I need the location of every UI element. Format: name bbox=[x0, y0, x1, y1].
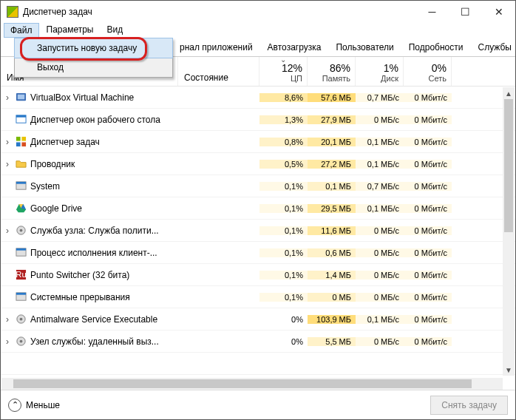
disk-cell: 0 МБ/с bbox=[356, 337, 404, 346]
process-row[interactable]: System0,1%0,1 МБ0,7 МБ/с0 Мбит/с bbox=[1, 175, 515, 197]
tab-services[interactable]: Службы bbox=[471, 39, 517, 56]
menu-file[interactable]: Файл bbox=[4, 23, 39, 38]
memory-cell: 27,2 МБ bbox=[308, 160, 356, 169]
cpu-cell: 0,1% bbox=[259, 182, 308, 191]
network-cell: 0 Мбит/с bbox=[404, 115, 452, 124]
process-row[interactable]: ›Antimalware Service Executable0%103,9 М… bbox=[1, 308, 515, 331]
disk-cell: 0 МБ/с bbox=[356, 115, 404, 124]
end-task-button[interactable]: Снять задачу bbox=[430, 396, 508, 415]
disk-cell: 0 МБ/с bbox=[356, 293, 404, 302]
process-name: Antimalware Service Executable bbox=[30, 314, 178, 325]
scroll-up-icon[interactable]: ▲ bbox=[503, 87, 515, 99]
expand-icon[interactable]: › bbox=[1, 314, 14, 325]
process-row[interactable]: ›Проводник0,5%27,2 МБ0,1 МБ/с0 Мбит/с bbox=[1, 153, 515, 175]
scroll-thumb-h[interactable] bbox=[13, 379, 472, 388]
memory-cell: 5,5 МБ bbox=[308, 337, 356, 346]
window-title: Диспетчер задач bbox=[23, 7, 415, 17]
disk-cell: 0,1 МБ/с bbox=[356, 204, 404, 213]
col-memory[interactable]: 86% Память bbox=[308, 57, 356, 86]
horizontal-scrollbar[interactable] bbox=[1, 378, 503, 390]
memory-cell: 57,6 МБ bbox=[308, 93, 356, 102]
cpu-cell: 0,1% bbox=[259, 293, 308, 302]
process-row[interactable]: Диспетчер окон рабочего стола1,3%27,9 МБ… bbox=[1, 109, 515, 131]
process-icon bbox=[14, 203, 27, 214]
disk-cell: 0,1 МБ/с bbox=[356, 315, 404, 324]
cpu-cell: 0,8% bbox=[259, 138, 308, 146]
svg-rect-17 bbox=[16, 293, 25, 295]
minimize-button[interactable]: ─ bbox=[415, 1, 449, 23]
process-row[interactable]: Системные прерывания0,1%0 МБ0 МБ/с0 Мбит… bbox=[1, 286, 515, 308]
vertical-scrollbar[interactable]: ▲ ▼ bbox=[503, 87, 515, 376]
svg-text:Ru: Ru bbox=[16, 270, 26, 279]
process-icon bbox=[14, 136, 27, 148]
menu-item-exit[interactable]: Выход bbox=[15, 58, 172, 77]
cpu-cell: 0,1% bbox=[259, 226, 308, 235]
menu-options[interactable]: Параметры bbox=[41, 23, 100, 38]
col-network[interactable]: 0% Сеть bbox=[404, 57, 452, 86]
process-row[interactable]: Google Drive0,1%29,5 МБ0,1 МБ/с0 Мбит/с bbox=[1, 197, 515, 220]
process-row[interactable]: ›Служба узла: Служба полити...0,1%11,6 М… bbox=[1, 220, 515, 242]
maximize-button[interactable]: ☐ bbox=[449, 1, 482, 23]
disk-cell: 0 МБ/с bbox=[356, 271, 404, 280]
svg-rect-1 bbox=[17, 95, 24, 100]
process-icon: Ru bbox=[14, 269, 27, 281]
process-icon bbox=[14, 180, 27, 192]
fewer-details-button[interactable]: ⌃ Меньше bbox=[8, 399, 60, 412]
process-row[interactable] bbox=[1, 353, 515, 375]
svg-point-21 bbox=[19, 340, 22, 343]
tab-users[interactable]: Пользователи bbox=[328, 39, 401, 56]
expand-icon[interactable]: › bbox=[1, 336, 14, 347]
process-name: Системные прерывания bbox=[30, 292, 178, 302]
menu-item-run-new-task[interactable]: Запустить новую задачу bbox=[14, 38, 173, 58]
process-name: Диспетчер задач bbox=[30, 137, 178, 147]
close-button[interactable]: ✕ bbox=[482, 1, 515, 23]
expand-icon[interactable]: › bbox=[1, 92, 14, 103]
svg-rect-7 bbox=[21, 142, 26, 146]
process-icon bbox=[14, 336, 27, 348]
col-disk[interactable]: 1% Диск bbox=[356, 57, 404, 86]
process-name: Google Drive bbox=[30, 203, 178, 214]
svg-rect-9 bbox=[16, 182, 25, 184]
process-name: Диспетчер окон рабочего стола bbox=[30, 115, 178, 125]
disk-cell: 0,7 МБ/с bbox=[356, 182, 404, 191]
process-row[interactable]: ›VirtualBox Virtual Machine8,6%57,6 МБ0,… bbox=[1, 87, 515, 109]
process-name: Punto Switcher (32 бита) bbox=[30, 270, 178, 280]
footer: ⌃ Меньше Снять задачу bbox=[1, 390, 515, 419]
process-row[interactable]: Процесс исполнения клиент-...0,1%0,6 МБ0… bbox=[1, 242, 515, 264]
col-cpu[interactable]: ⌄ 12% ЦП bbox=[259, 57, 308, 86]
cpu-cell: 1,3% bbox=[259, 115, 308, 124]
process-icon bbox=[14, 114, 27, 126]
scroll-thumb-v[interactable] bbox=[504, 99, 513, 232]
memory-cell: 103,9 МБ bbox=[308, 315, 356, 324]
expand-icon[interactable]: › bbox=[1, 159, 14, 169]
tab-app-history[interactable]: рнал приложений bbox=[172, 39, 260, 56]
process-icon bbox=[14, 92, 27, 104]
process-row[interactable]: RuPunto Switcher (32 бита)0,1%1,4 МБ0 МБ… bbox=[1, 264, 515, 286]
network-cell: 0 Мбит/с bbox=[404, 93, 452, 102]
process-name: VirtualBox Virtual Machine bbox=[30, 92, 178, 103]
col-state[interactable]: Состояние bbox=[178, 57, 259, 86]
disk-cell: 0 МБ/с bbox=[356, 226, 404, 235]
process-icon bbox=[14, 314, 27, 325]
network-cell: 0 Мбит/с bbox=[404, 226, 452, 235]
scroll-down-icon[interactable]: ▼ bbox=[503, 364, 515, 376]
tab-details[interactable]: Подробности bbox=[401, 39, 471, 56]
menu-view[interactable]: Вид bbox=[101, 23, 129, 38]
process-icon bbox=[14, 158, 27, 170]
tab-startup[interactable]: Автозагрузка bbox=[260, 39, 329, 56]
expand-icon[interactable]: › bbox=[1, 137, 14, 147]
network-cell: 0 Мбит/с bbox=[404, 160, 452, 169]
process-row[interactable]: ›Узел службы: удаленный выз...0%5,5 МБ0 … bbox=[1, 331, 515, 353]
memory-cell: 1,4 МБ bbox=[308, 271, 356, 280]
disk-cell: 0 МБ/с bbox=[356, 248, 404, 257]
svg-rect-5 bbox=[21, 137, 26, 141]
titlebar[interactable]: Диспетчер задач ─ ☐ ✕ bbox=[1, 1, 515, 23]
cpu-cell: 0,1% bbox=[259, 204, 308, 213]
process-name: Узел службы: удаленный выз... bbox=[30, 336, 178, 347]
network-cell: 0 Мбит/с bbox=[404, 271, 452, 280]
process-row[interactable]: ›Диспетчер задач0,8%20,1 МБ0,1 МБ/с0 Мби… bbox=[1, 131, 515, 153]
app-icon bbox=[7, 6, 18, 18]
expand-icon[interactable]: › bbox=[1, 226, 14, 236]
svg-rect-3 bbox=[16, 115, 25, 118]
memory-cell: 0 МБ bbox=[308, 293, 356, 302]
